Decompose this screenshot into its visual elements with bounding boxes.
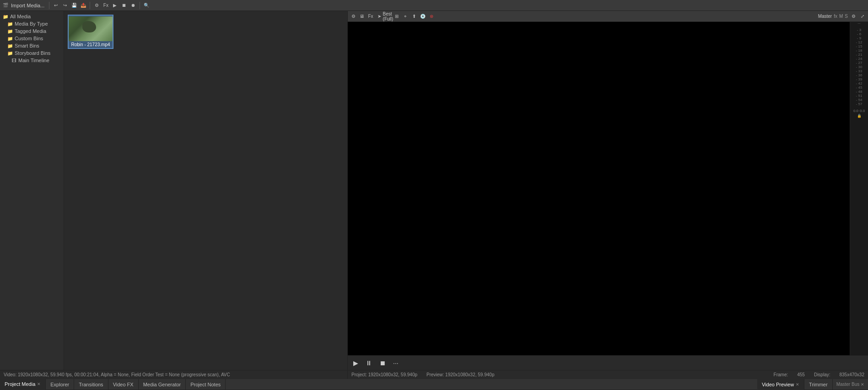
vu-39: - 39 xyxy=(856,77,863,81)
preview-tabs: Video Preview ✕ Trimmer Master Bus ✕ xyxy=(757,379,868,390)
folder-icon: 📁 xyxy=(3,14,8,19)
more-button[interactable]: ··· xyxy=(391,358,400,368)
frame-label: Frame: xyxy=(774,372,788,377)
display-label: Display: xyxy=(814,372,830,377)
tab-project-media[interactable]: Project Media ✕ xyxy=(0,379,46,390)
vu-27: - 27 xyxy=(856,61,863,65)
search-icon[interactable]: 🔍 xyxy=(143,2,150,9)
media-sidebar: 📁 All Media 📁 Media By Type 📁 Tagged Med… xyxy=(0,11,64,370)
tab-trimmer[interactable]: Trimmer xyxy=(804,379,833,390)
tab-project-notes[interactable]: Project Notes xyxy=(186,379,226,390)
stop-icon[interactable]: ⏹ xyxy=(120,2,128,9)
app-icon: 🎬 xyxy=(2,2,9,9)
right-toolbar-right: Master fx M S ⚙ ⤢ xyxy=(818,13,866,20)
vu-val-l: 0.0 xyxy=(853,109,858,113)
fx-label: fx xyxy=(834,14,837,19)
sidebar-item-all-media[interactable]: 📁 All Media xyxy=(0,13,64,20)
vu-6: - 6 xyxy=(857,32,861,36)
video-preview[interactable] xyxy=(348,22,850,355)
media-thumbnail[interactable]: Robin - 21723.mp4 xyxy=(68,15,113,49)
vu-42: - 42 xyxy=(856,81,863,85)
undo-icon[interactable]: ↩ xyxy=(52,2,59,9)
vu-3: - 3 xyxy=(857,28,861,32)
vegas-icon[interactable]: ⊛ xyxy=(428,13,435,20)
master-bus-label: Master Bus ✕ xyxy=(833,382,868,387)
folder-icon: 📁 xyxy=(7,51,13,56)
redo-icon[interactable]: ↪ xyxy=(61,2,69,9)
vu-48: - 48 xyxy=(856,90,863,94)
m-label: M xyxy=(839,14,843,19)
vu-33: - 33 xyxy=(856,69,863,73)
play-icon[interactable]: ▶ xyxy=(111,2,119,9)
sidebar-item-tagged-media[interactable]: 📁 Tagged Media xyxy=(0,27,64,35)
vu-57: - 57 xyxy=(856,102,863,106)
main-layout: 📁 All Media 📁 Media By Type 📁 Tagged Med… xyxy=(0,11,868,379)
vu-spacer: ‾‾ xyxy=(858,23,860,27)
thumb-label: Robin - 21723.mp4 xyxy=(71,42,110,47)
tab-close-project-media[interactable]: ✕ xyxy=(37,382,41,386)
vu-45: - 45 xyxy=(856,85,863,90)
sidebar-item-smart-bins[interactable]: 📁 Smart Bins xyxy=(0,42,64,49)
status-bar-left: Video: 1920x1080x32, 59.940 fps, 00:00:2… xyxy=(0,370,347,379)
pause-button[interactable]: ⏸ xyxy=(364,358,374,368)
frame-value: 455 xyxy=(797,372,805,377)
folder-icon: 📁 xyxy=(7,29,13,34)
tab-video-preview[interactable]: Video Preview ✕ xyxy=(757,379,804,390)
folder-icon: 📁 xyxy=(7,36,13,41)
arrow-icon[interactable]: ➤ xyxy=(376,13,383,20)
tab-transitions[interactable]: Transitions xyxy=(74,379,108,390)
vu-meter: ‾‾ - 3 - 6 - 9 - 12 - 15 - 18 - 21 - 24 … xyxy=(850,22,868,355)
tab-media-generator[interactable]: Media Generator xyxy=(139,379,186,390)
play-button[interactable]: ▶ xyxy=(351,358,360,368)
preview-info-text: Preview: 1920x1080x32, 59.940p xyxy=(426,372,494,377)
tab-explorer[interactable]: Explorer xyxy=(46,379,74,390)
s-label: S xyxy=(845,14,848,19)
vu-12: - 12 xyxy=(856,40,863,44)
monitor-icon[interactable]: 🖥 xyxy=(358,13,366,20)
vu-9: - 9 xyxy=(857,36,861,40)
vu-36: - 36 xyxy=(856,73,863,77)
tab-close-video-preview[interactable]: ✕ xyxy=(796,382,799,387)
disk-icon[interactable]: 💿 xyxy=(419,13,426,20)
vu-lock: 🔒 xyxy=(857,114,862,118)
vu-30: - 30 xyxy=(856,65,863,69)
preview-info: Project: 1920x1080x32, 59.940p Preview: … xyxy=(348,370,868,379)
record-icon[interactable]: ⏺ xyxy=(129,2,137,9)
fx-icon[interactable]: Fx xyxy=(102,2,109,9)
tabs-bar: Project Media ✕ Explorer Transitions Vid… xyxy=(0,379,868,390)
sep1 xyxy=(49,2,49,9)
left-panel: 📁 All Media 📁 Media By Type 📁 Tagged Med… xyxy=(0,11,348,379)
render-icon[interactable]: 📤 xyxy=(80,2,87,9)
export-right-icon[interactable]: ⬆ xyxy=(410,13,418,20)
vu-54: - 54 xyxy=(856,98,863,102)
app-title: Import Media... xyxy=(11,3,44,8)
quality-label[interactable]: Best (Full) xyxy=(384,13,392,20)
master-bus-close[interactable]: ✕ xyxy=(861,382,864,387)
sidebar-item-storyboard-bins[interactable]: 📁 Storyboard Bins xyxy=(0,49,64,57)
right-toolbar: ⚙ 🖥 Fx ➤ Best (Full) ⊞ ⌖ ⬆ 💿 ⊛ Master fx… xyxy=(348,11,868,22)
sep3 xyxy=(140,2,140,9)
resize-icon[interactable]: ⤢ xyxy=(859,13,866,20)
save-icon[interactable]: 💾 xyxy=(70,2,78,9)
film-icon: 🎞 xyxy=(12,58,16,63)
master-label: Master xyxy=(818,14,832,19)
snap-icon[interactable]: ⌖ xyxy=(402,13,409,20)
sidebar-item-main-timeline[interactable]: 🎞 Main Timeline xyxy=(0,57,64,64)
vu-values: 0.0 0.0 xyxy=(853,109,865,113)
sidebar-item-custom-bins[interactable]: 📁 Custom Bins xyxy=(0,35,64,42)
tab-video-fx[interactable]: Video FX xyxy=(108,379,139,390)
display-value: 835x470x32 xyxy=(840,372,865,377)
settings-right-icon[interactable]: ⚙ xyxy=(350,13,357,20)
sidebar-item-media-by-type[interactable]: 📁 Media By Type xyxy=(0,20,64,27)
media-content: Robin - 21723.mp4 xyxy=(64,11,347,370)
vu-51: - 51 xyxy=(856,94,863,98)
grid-icon[interactable]: ⊞ xyxy=(393,13,400,20)
settings-icon[interactable]: ⚙ xyxy=(93,2,100,9)
fx-right-icon[interactable]: Fx xyxy=(367,13,374,20)
preview-controls: ▶ ⏸ ⏹ ··· xyxy=(348,355,868,370)
folder-icon: 📁 xyxy=(7,43,13,48)
vu-val-r: 0.0 xyxy=(860,109,865,113)
vu-21: - 21 xyxy=(856,53,863,57)
settings-master-icon[interactable]: ⚙ xyxy=(850,13,857,20)
stop-button[interactable]: ⏹ xyxy=(377,358,388,368)
